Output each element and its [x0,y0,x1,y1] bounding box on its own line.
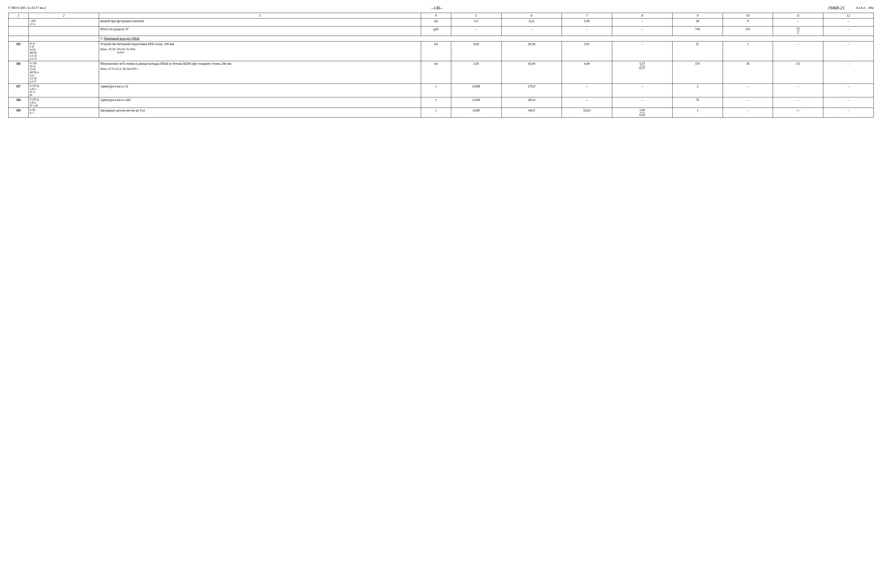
row-col12: – [824,108,874,117]
row-desc: Монолитные ж/б стенки и днище колодца ПК… [99,61,421,84]
row-col9: 39 [672,18,723,27]
row-ref: ССРСЦ ч.II р. IУ п.I8 [28,98,99,108]
header-left: Г 903-I-205 Ал.I3.I7 кн.2 [8,6,46,10]
row-col5: 0,269 [451,98,501,108]
row-col7: 4,49 [562,61,612,84]
row-col10: I33 [723,27,773,36]
row-col6: 4,22 [501,18,562,27]
row-col10: 9 [723,18,773,27]
table-row-II9: II9 6–83 9–7 Закладные детали весом до 4… [9,108,874,117]
col-9: 9 [672,13,723,18]
row-id: II8 [9,98,29,108]
row-col8: I,40 0,42 [612,108,672,117]
row-col7: I24,0 [562,108,612,117]
row-col8: – [612,98,672,108]
table-row: –285 37-5 мазкой при футеровке плиткой м… [9,18,874,27]
row-id [9,18,29,27]
col-12: 12 [824,13,874,18]
row-ref: II–II I–II ССП МСМ п.I–I3 п.I–I5 [28,42,99,61]
row-unit: т [421,108,451,117]
row-col12: – [824,98,874,108]
fraction-1.40-0.42: I,40 0,42 [639,108,645,117]
table-row-II7: II7 ССРСЦ ч.II р. IУ п. I6 Арматура клас… [9,84,874,98]
row-col12: – [824,61,874,84]
col-4: 4 [421,13,451,18]
row-col10: I8 [723,61,773,84]
row-ref [28,27,99,36]
row-col8: – [612,18,672,27]
main-table: 1 2 3 4 5 6 7 8 9 10 11 12 –285 37-5 маз… [8,13,874,117]
row-col11: – [773,98,824,108]
row-col7: – [562,98,612,108]
row-col8: I,23 0,37 [612,61,672,84]
row-col5: 3,95 [451,61,501,84]
section-col2 [28,36,99,42]
header-right-top: Ал.6.I – 40а [856,6,874,10]
row-col7: I,62 [562,42,612,61]
row-ref: ССРСЦ ч.II р. IУ п. I6 [28,84,99,98]
row-unit: м3 [421,61,451,84]
row-unit: м2 [421,18,451,27]
row-desc: Закладные детали весом до 4 кг [99,108,421,117]
row-col9: I70 [672,61,723,84]
row-col6: 28,28 [501,42,562,61]
row-col8: – [612,84,672,98]
row-id: II9 [9,108,29,117]
row-col6: 283,0 [501,98,562,108]
row-col11: – [773,42,824,61]
row-col7: 0,9I [562,18,612,27]
col-7: 7 [562,13,612,18]
row-col12: – [824,27,874,36]
row-col11: – [773,18,824,27]
page-header: Г 903-I-205 Ал.I3.I7 кн.2 –146– 19468-21… [8,6,874,10]
col-11: 11 [773,13,824,18]
row-desc: мазкой при футеровке плиткой [99,18,421,27]
row-col12: – [824,42,874,61]
row-col6: 44I,0 [501,108,562,117]
row-col5: 0,008 [451,84,501,98]
row-col6: – [501,27,562,36]
row-col5: 0,00I [451,108,501,117]
row-unit: т [421,84,451,98]
row-col5: 0,42 [451,42,501,61]
row-col7: – [562,84,612,98]
row-col7: – [562,27,612,36]
row-col12: – [824,18,874,27]
row-col11: – [773,84,824,98]
row-col8: – [612,42,672,61]
table-row-II6: II6 6–226 26–4 ССП МСМ ч. I р.I п.I–I9 п… [9,61,874,84]
header-right-italic: 19468-21 [828,6,844,10]
col-3: 3 [99,13,421,18]
row-unit: т [421,98,451,108]
row-col10: – [723,108,773,117]
row-col12: – [824,84,874,98]
section-col1 [9,36,29,42]
row-desc: Арматура класса АШ [99,98,421,108]
row-col9: I [672,108,723,117]
table-row-II8: II8 ССРСЦ ч.II р. IУ п.I8 Арматура класс… [9,98,874,108]
fraction-13-5: I3 5 [797,27,800,35]
row-id: II5 [9,42,29,61]
row-id [9,27,29,36]
row-col8: – [612,27,672,36]
header-center: –146– [431,6,442,10]
row-ref: 6–226 26–4 ССП МСМ ч. I р.I п.I–I9 п.I–I… [28,61,99,84]
col-5: 5 [451,13,501,18]
section-title: У. Приемный колодец ПКмI [99,36,874,42]
row-desc: Арматура класса АI [99,84,421,98]
row-col11: 5/I [773,61,824,84]
col-1: 1 [9,13,29,18]
column-headers: 1 2 3 4 5 6 7 8 9 10 11 12 [9,13,874,18]
table-row: Итого по разделу IУ руб – – – – 742 I33 … [9,27,874,36]
col-6: 6 [501,13,562,18]
col-10: 10 [723,13,773,18]
table-row-II5: II5 II–II I–II ССП МСМ п.I–I3 п.I–I5 Уст… [9,42,874,61]
row-col9: 76 [672,98,723,108]
row-unit: м3 [421,42,451,61]
row-col9: 742 [672,27,723,36]
row-col9: 2 [672,84,723,98]
section-header-row: У. Приемный колодец ПКмI [9,36,874,42]
row-col6: 43,04 [501,61,562,84]
row-col10: – [723,98,773,108]
row-col9: I2 [672,42,723,61]
